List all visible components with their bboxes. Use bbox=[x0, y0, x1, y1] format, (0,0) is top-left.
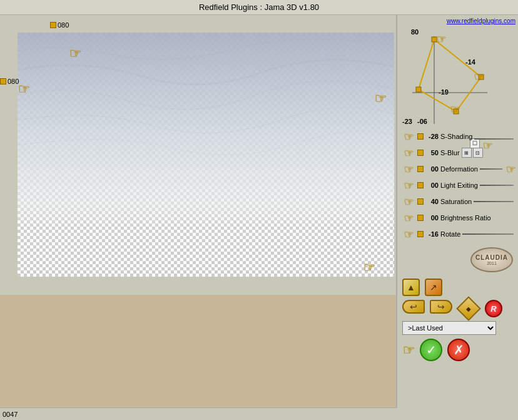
control-row-saturation: ☞ 40 Saturation bbox=[400, 195, 515, 208]
saturation-label: Saturation bbox=[440, 198, 472, 205]
diamond-hand-top: ☞ bbox=[436, 32, 446, 46]
control-row-light-exiting: ☞ 00 Light Exiting bbox=[400, 178, 515, 192]
fabric-svg bbox=[18, 33, 394, 277]
s-shading-marker[interactable] bbox=[417, 133, 424, 140]
bottom-hand-cursor: ☞ bbox=[402, 342, 415, 358]
main-layout: 080 080 bbox=[0, 15, 518, 420]
logo-sub-text: 2011 bbox=[487, 261, 497, 265]
right-panel: www.redfieldplugins.com 80 -14 -19 -23 -… bbox=[397, 15, 518, 420]
deformation-marker[interactable] bbox=[417, 166, 424, 172]
diamond-diagram: 80 -14 -19 -23 -06 bbox=[400, 27, 515, 127]
control-row-brightness: ☞ 00 Brightness Ratio bbox=[400, 211, 515, 225]
saturation-value: 40 bbox=[425, 198, 439, 205]
undo-button[interactable]: ↩ bbox=[402, 300, 425, 314]
logo-main-text: CLAUDIA bbox=[475, 254, 508, 261]
canvas-area: 080 080 bbox=[0, 15, 397, 420]
fabric-overlay bbox=[18, 33, 394, 277]
hand-rotate: ☞ bbox=[400, 227, 417, 241]
left-marker[interactable] bbox=[0, 78, 6, 85]
redo-button[interactable]: ↪ bbox=[430, 300, 452, 314]
control-row-deformation: ☞ 00 Deformation ☞ bbox=[400, 162, 515, 176]
brightness-label: Brightness Ratio bbox=[440, 214, 491, 222]
rotate-marker[interactable] bbox=[417, 231, 424, 237]
preset-dropdown[interactable]: >Last Used Default Custom 1 Custom 2 bbox=[402, 321, 496, 335]
hand-saturation: ☞ bbox=[400, 195, 417, 208]
hand-s-shading: ☞ bbox=[400, 130, 417, 143]
reset-button[interactable]: R bbox=[485, 300, 502, 317]
hand-cursor-3: ☞ bbox=[374, 90, 387, 106]
s-shading-value: -28 bbox=[425, 133, 439, 140]
bottom-buttons-row: ☞ ✓ ✗ bbox=[402, 339, 513, 361]
status-value: 0047 bbox=[3, 411, 18, 418]
ok-button[interactable]: ✓ bbox=[420, 339, 442, 361]
title-bar: Redfield Plugins : Jama 3D v1.80 bbox=[0, 0, 518, 15]
rotate-value: -16 bbox=[425, 230, 439, 238]
status-bar: 0047 bbox=[0, 407, 397, 420]
up-arrow-button[interactable]: ▲ bbox=[402, 279, 420, 296]
hand-deformation: ☞ bbox=[400, 162, 417, 176]
brightness-marker[interactable] bbox=[417, 215, 424, 221]
brightness-value: 00 bbox=[425, 214, 439, 222]
light-exiting-marker[interactable] bbox=[417, 182, 424, 188]
diamond-hand-right: ☞ bbox=[474, 69, 484, 83]
random-arrow-button[interactable]: ↗ bbox=[425, 279, 442, 296]
deformation-value: 00 bbox=[425, 165, 439, 173]
controls-area: ☞ -28 S-Shading ☞ 50 S-Blur ⊞ ⊡ ☞ 00 Def bbox=[400, 130, 515, 241]
undo-redo-row: ↩ ↪ ◆ R bbox=[402, 300, 513, 317]
s-shading-track[interactable] bbox=[474, 138, 514, 140]
rotate-label: Rotate bbox=[440, 230, 460, 238]
hand-deformation-r: ☞ bbox=[505, 162, 515, 176]
website-link[interactable]: www.redfieldplugins.com bbox=[400, 18, 515, 24]
deformation-label: Deformation bbox=[440, 165, 478, 173]
deformation-track[interactable] bbox=[480, 168, 502, 170]
light-exiting-value: 00 bbox=[425, 182, 439, 189]
left-indicator: 080 bbox=[0, 78, 19, 85]
hand-cursor-2: ☞ bbox=[18, 81, 30, 97]
svg-marker-3 bbox=[419, 39, 481, 111]
hand-s-blur: ☞ bbox=[400, 146, 417, 160]
control-row-rotate: ☞ -16 Rotate bbox=[400, 227, 515, 241]
saturation-marker[interactable] bbox=[417, 198, 424, 205]
s-blur-grid-btn-2[interactable]: ⊡ bbox=[473, 148, 483, 158]
hand-light-exiting: ☞ bbox=[400, 178, 417, 192]
hand-cursor-4: ☞ bbox=[363, 259, 375, 275]
logo: CLAUDIA 2011 bbox=[470, 247, 513, 272]
arrow-buttons-row: ▲ ↗ bbox=[402, 279, 513, 296]
s-blur-marker[interactable] bbox=[417, 150, 424, 156]
top-indicator: 080 bbox=[50, 21, 69, 29]
cancel-button[interactable]: ✗ bbox=[447, 339, 470, 361]
rotate-track[interactable] bbox=[462, 233, 514, 235]
top-value: 080 bbox=[58, 21, 69, 29]
bottom-area bbox=[0, 295, 396, 420]
website-url[interactable]: www.redfieldplugins.com bbox=[447, 18, 515, 24]
s-blur-value: 50 bbox=[425, 149, 439, 156]
s-blur-label: S-Blur bbox=[440, 149, 460, 156]
app-title: Redfield Plugins : Jama 3D v1.80 bbox=[199, 3, 319, 12]
control-row-s-shading: ☞ -28 S-Shading bbox=[400, 130, 515, 143]
logo-area: CLAUDIA 2011 bbox=[402, 247, 513, 272]
dropdown-area: >Last Used Default Custom 1 Custom 2 bbox=[402, 321, 513, 335]
svg-rect-0 bbox=[18, 33, 394, 277]
top-marker[interactable] bbox=[50, 22, 56, 28]
saturation-track[interactable] bbox=[474, 201, 514, 202]
diamond-button[interactable]: ◆ bbox=[456, 296, 481, 321]
svg-rect-7 bbox=[416, 87, 421, 92]
hand-brightness: ☞ bbox=[400, 211, 417, 225]
light-exiting-label: Light Exiting bbox=[440, 182, 478, 189]
s-blur-grid-btn-1[interactable]: ⊞ bbox=[462, 148, 472, 158]
hand-cursor-1: ☞ bbox=[69, 45, 81, 61]
s-shading-label: S-Shading bbox=[440, 133, 472, 140]
light-exiting-track[interactable] bbox=[480, 185, 514, 186]
image-canvas[interactable] bbox=[18, 33, 394, 277]
diamond-hand-bottom: ☞ bbox=[450, 102, 460, 116]
control-row-s-blur: ☞ 50 S-Blur ⊞ ⊡ bbox=[400, 146, 515, 160]
